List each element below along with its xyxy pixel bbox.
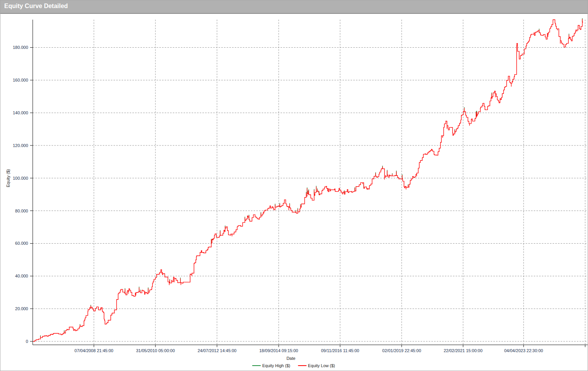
x-tick-label: 18/09/2014 09:15:00 [259, 348, 298, 353]
axes-layer [30, 20, 588, 347]
legend-label-equity-low: Equity Low ($) [308, 363, 335, 368]
legend-line-equity-low-icon [298, 365, 306, 366]
x-tick-label: 31/05/2010 05:00:00 [136, 348, 175, 353]
legend-line-equity-high-icon [252, 365, 261, 366]
series-equity-low-line [33, 19, 583, 342]
legend-item-equity-low: Equity Low ($) [298, 363, 335, 368]
y-tick-label: 140.000 [0, 110, 28, 115]
x-tick-label: 04/04/2023 22:30:00 [504, 348, 543, 353]
x-tick-label: 09/11/2016 11:45:00 [321, 348, 359, 353]
x-axis-title: Date [286, 356, 295, 361]
legend-label-equity-high: Equity High ($) [262, 363, 290, 368]
y-tick-label: 0 [0, 339, 28, 344]
y-tick-label: 180.000 [0, 45, 28, 50]
y-tick-label: 60.000 [0, 241, 28, 246]
legend: Equity High ($) Equity Low ($) [252, 363, 335, 368]
x-tick-label: 07/04/2008 21:45:00 [75, 348, 114, 353]
window-titlebar: Equity Curve Detailed [0, 0, 588, 14]
x-tick-label: 02/01/2019 22:45:00 [382, 348, 421, 353]
y-tick-label: 80.000 [0, 208, 28, 214]
y-tick-label: 40.000 [0, 273, 28, 279]
plot-area[interactable] [0, 14, 588, 371]
legend-item-equity-high: Equity High ($) [252, 363, 290, 368]
y-tick-label: 20.000 [0, 306, 28, 311]
window-title: Equity Curve Detailed [4, 3, 68, 10]
y-tick-label: 120.000 [0, 143, 28, 148]
equity-curve-chart[interactable]: 020.00040.00060.00080.000100.000120.0001… [0, 14, 588, 371]
x-tick-label: 22/02/2021 15:00:00 [444, 348, 483, 353]
y-tick-label: 160.000 [0, 77, 28, 83]
gridlines-layer [33, 20, 588, 345]
y-tick-label: 100.000 [0, 175, 28, 181]
equity-curve-window: Equity Curve Detailed 020.00040.00060.00… [0, 0, 588, 371]
x-tick-label: 24/07/2012 14:45:00 [197, 348, 236, 353]
y-axis-title: Equity ($) [6, 169, 10, 187]
